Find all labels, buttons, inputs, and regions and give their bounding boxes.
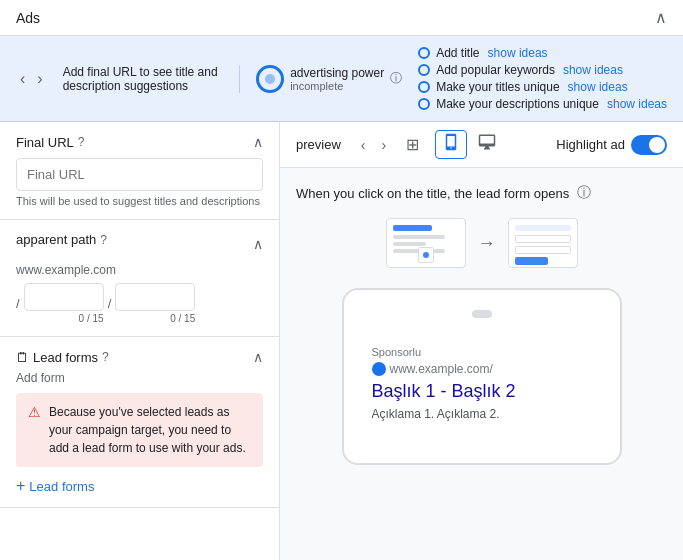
lead-form-notice: When you click on the title, the lead fo… (296, 184, 667, 202)
power-info-icon[interactable]: ⓘ (390, 70, 402, 87)
lead-forms-help-icon[interactable]: ? (102, 350, 109, 364)
final-url-section: Final URL ? ∧ This will be used to sugge… (0, 122, 279, 220)
preview-header: preview ‹ › ⊞ Highlight ad (280, 122, 683, 168)
ad-title[interactable]: Başlık 1 - Başlık 2 (372, 380, 592, 403)
ad-sponsored-label: Sponsorlu (372, 346, 592, 358)
diagram-form-box (508, 218, 578, 268)
apparent-path-title: apparent path ? (16, 232, 107, 247)
left-panel: Final URL ? ∧ This will be used to sugge… (0, 122, 280, 560)
preview-view-icons: ⊞ (402, 133, 423, 156)
final-url-input[interactable] (16, 158, 263, 191)
path-input-wrap-2: 0 / 15 (115, 283, 195, 324)
suggestion-circle-2 (418, 64, 430, 76)
preview-next-button[interactable]: › (377, 135, 390, 155)
phone-preview: Sponsorlu www.example.com/ Başlık 1 - Ba… (342, 288, 622, 465)
diagram-arrow: → (478, 233, 496, 254)
suggestions-list: Add title show ideas Add popular keyword… (418, 46, 667, 111)
preview-prev-button[interactable]: ‹ (357, 135, 370, 155)
toggle-knob (649, 137, 665, 153)
top-bar: Ads ∧ (0, 0, 683, 36)
next-suggestion-button[interactable]: › (33, 68, 46, 90)
cursor-dot (423, 252, 429, 258)
main-content: Final URL ? ∧ This will be used to sugge… (0, 122, 683, 560)
path-slash-1: / (16, 296, 20, 311)
page-title: Ads (16, 10, 40, 26)
preview-content: When you click on the title, the lead fo… (280, 168, 683, 481)
ad-domain-icon (372, 362, 386, 376)
path-slash-2: / (108, 296, 112, 311)
error-box: ⚠ Because you've selected leads as your … (16, 393, 263, 467)
highlight-section: Highlight ad (556, 135, 667, 155)
suggestion-text-2: Add popular keywords (436, 63, 555, 77)
power-inner-circle (265, 74, 275, 84)
suggestion-circle-3 (418, 81, 430, 93)
show-ideas-link-4[interactable]: show ideas (607, 97, 667, 111)
suggestion-item-2: Add popular keywords show ideas (418, 63, 667, 77)
lead-form-diagram: → (296, 218, 667, 268)
suggestion-text-1: Add title (436, 46, 479, 60)
suggestion-text-3: Make your titles unique (436, 80, 559, 94)
form-field-2 (515, 246, 571, 254)
highlight-label: Highlight ad (556, 137, 625, 152)
phone-notch (472, 310, 492, 318)
preview-title: preview (296, 137, 341, 152)
suggestions-nav: ‹ › (16, 68, 47, 90)
final-url-title: Final URL ? (16, 135, 84, 150)
lead-forms-section: 🗒 Lead forms ? ∧ Add form ⚠ Because you'… (0, 337, 279, 508)
suggestions-text: Add final URL to see title and descripti… (63, 65, 223, 93)
power-text-block: advertising power incomplete (290, 66, 384, 92)
final-url-help-icon[interactable]: ? (78, 135, 85, 149)
lead-forms-link[interactable]: + Lead forms (16, 477, 263, 495)
ad-header-bar (393, 225, 433, 231)
apparent-path-help-icon[interactable]: ? (100, 233, 107, 247)
path-inputs: / 0 / 15 / 0 / 15 (16, 283, 263, 324)
final-url-header: Final URL ? ∧ (16, 134, 263, 150)
apparent-path-section: apparent path ? ∧ www.example.com / 0 / … (0, 220, 279, 337)
apparent-path-header: apparent path ? ∧ (16, 232, 263, 255)
suggestion-text-4: Make your descriptions unique (436, 97, 599, 111)
suggestion-circle-4 (418, 98, 430, 110)
show-ideas-link-1[interactable]: show ideas (488, 46, 548, 60)
suggestion-item-4: Make your descriptions unique show ideas (418, 97, 667, 111)
suggestions-bar: ‹ › Add final URL to see title and descr… (0, 36, 683, 122)
form-field-1 (515, 235, 571, 243)
ad-preview-card: Sponsorlu www.example.com/ Başlık 1 - Ba… (360, 334, 604, 433)
show-ideas-link-2[interactable]: show ideas (563, 63, 623, 77)
power-status: incomplete (290, 80, 384, 92)
diagram-ad-box (386, 218, 466, 268)
form-submit-btn (515, 257, 549, 265)
notice-help-icon[interactable]: ⓘ (577, 184, 591, 202)
path-count-2: 0 / 15 (115, 313, 195, 324)
path-domain: www.example.com (16, 263, 263, 277)
form-header (515, 225, 571, 231)
lead-forms-icon: 🗒 (16, 350, 29, 365)
ad-descriptions: Açıklama 1. Açıklama 2. (372, 407, 592, 421)
show-ideas-link-3[interactable]: show ideas (568, 80, 628, 94)
power-label: advertising power (290, 66, 384, 80)
path-input-1[interactable] (24, 283, 104, 311)
device-icons (435, 130, 503, 159)
path-input-2[interactable] (115, 283, 195, 311)
lead-forms-collapse-icon[interactable]: ∧ (253, 349, 263, 365)
error-icon: ⚠ (28, 404, 41, 420)
highlight-toggle[interactable] (631, 135, 667, 155)
suggestion-item-3: Make your titles unique show ideas (418, 80, 667, 94)
final-url-hint: This will be used to suggest titles and … (16, 195, 263, 207)
grid-view-button[interactable]: ⊞ (402, 133, 423, 156)
ad-cursor-icon (418, 247, 434, 263)
ad-domain-text: www.example.com/ (390, 362, 493, 376)
path-count-1: 0 / 15 (24, 313, 104, 324)
collapse-button[interactable]: ∧ (655, 8, 667, 27)
mobile-device-button[interactable] (435, 130, 467, 159)
desktop-device-button[interactable] (471, 130, 503, 159)
plus-icon: + (16, 477, 25, 495)
apparent-path-collapse-icon[interactable]: ∧ (253, 236, 263, 252)
suggestion-circle-1 (418, 47, 430, 59)
prev-suggestion-button[interactable]: ‹ (16, 68, 29, 90)
final-url-collapse-icon[interactable]: ∧ (253, 134, 263, 150)
ad-line-2 (393, 242, 426, 246)
power-indicator (256, 65, 284, 93)
advertising-power-section: advertising power incomplete ⓘ (239, 65, 402, 93)
suggestion-item-1: Add title show ideas (418, 46, 667, 60)
ad-domain-row: www.example.com/ (372, 362, 592, 376)
